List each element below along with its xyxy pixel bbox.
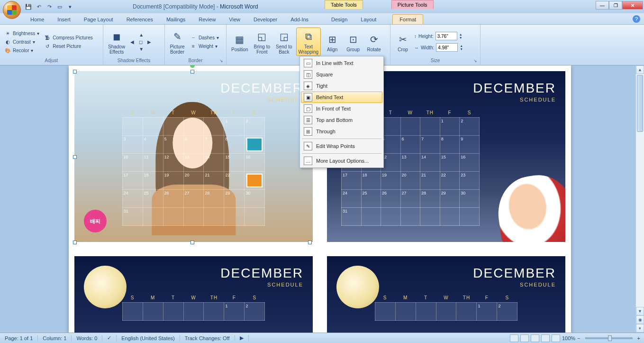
wrap-tight-item[interactable]: ◈Tight: [301, 80, 382, 92]
text-wrapping-menu: ▭In Line with Text ◫Square ◈Tight ▣Behin…: [299, 56, 384, 168]
wrap-more-options-item[interactable]: …More Layout Options...: [301, 155, 382, 167]
recolor-button[interactable]: 🎨Recolor ▾: [3, 46, 41, 54]
wrap-topbottom-item[interactable]: ☰Top and Bottom: [301, 114, 382, 126]
width-up-icon[interactable]: ▲: [460, 44, 463, 47]
contrast-button[interactable]: ◐Contrast ▾: [3, 38, 41, 46]
calendar-cell: [400, 118, 420, 136]
tab-format[interactable]: Format: [392, 14, 423, 24]
tab-layout[interactable]: Layout: [354, 15, 383, 24]
day-header: T: [163, 108, 183, 118]
send-to-back-button[interactable]: ◲Send to Back: [274, 28, 294, 56]
align-button[interactable]: ⊞Align: [323, 31, 342, 53]
view-outline-icon[interactable]: [541, 334, 550, 342]
crop-button[interactable]: ✂Crop: [393, 31, 412, 53]
calendar-1[interactable]: DECEMBER SCHEDULE SMTWTHFS 1234567891011…: [74, 71, 313, 242]
picture-border-button[interactable]: ✎Picture Border: [168, 28, 187, 56]
view-print-layout-icon[interactable]: [510, 334, 518, 342]
rotate-button[interactable]: ⟳Rotate: [364, 31, 383, 53]
compress-pictures-button[interactable]: 🗜Compress Pictures: [43, 34, 94, 41]
tab-home[interactable]: Home: [24, 15, 51, 24]
height-down-icon[interactable]: ▼: [459, 36, 463, 39]
qat-dropdown-icon[interactable]: ▾: [66, 3, 74, 10]
shadow-effects-button[interactable]: ◼Shadow Effects: [106, 28, 127, 56]
reset-picture-button[interactable]: ↺Reset Picture: [43, 42, 94, 50]
prev-page-icon[interactable]: ◉: [636, 315, 644, 324]
wrap-edit-points-item[interactable]: ✎Edit Wrap Points: [301, 140, 382, 152]
nudge-up-icon[interactable]: ▲: [137, 32, 145, 38]
tab-design[interactable]: Design: [325, 15, 354, 24]
view-draft-icon[interactable]: [552, 334, 560, 342]
help-icon[interactable]: ?: [633, 15, 640, 23]
dashes-button[interactable]: ┄Dashes ▾: [189, 34, 220, 41]
calendar-cell: 21: [420, 172, 440, 190]
tab-page-layout[interactable]: Page Layout: [77, 15, 120, 24]
zoom-out-icon[interactable]: −: [577, 335, 580, 341]
status-proofing-icon[interactable]: ✓: [102, 335, 117, 341]
position-button[interactable]: ▦Position: [229, 31, 250, 53]
wrap-through-icon: ⊞: [304, 127, 312, 136]
nudge-left-icon[interactable]: ◀: [129, 39, 136, 45]
qat-custom-icon[interactable]: ▭: [56, 3, 63, 10]
reset-icon: ↺: [44, 43, 51, 49]
tab-addins[interactable]: Add-Ins: [284, 15, 315, 24]
wrap-behind-item[interactable]: ▣Behind Text: [301, 92, 382, 103]
status-track-changes[interactable]: Track Changes: Off: [180, 335, 235, 341]
nudge-right-icon[interactable]: ▶: [146, 39, 154, 45]
zoom-thumb[interactable]: [608, 335, 612, 341]
brightness-button[interactable]: ☀Brightness ▾: [3, 29, 41, 37]
bring-to-front-button[interactable]: ◱Bring to Front: [252, 28, 272, 56]
width-input[interactable]: [436, 43, 458, 52]
tab-references[interactable]: References: [120, 15, 160, 24]
redo-icon[interactable]: ↷: [45, 3, 53, 10]
width-down-icon[interactable]: ▼: [460, 47, 463, 51]
next-page-icon[interactable]: ▾: [636, 324, 644, 333]
status-column[interactable]: Column: 1: [38, 335, 72, 341]
group-adjust: ☀Brightness ▾ ◐Contrast ▾ 🎨Recolor ▾ 🗜Co…: [0, 25, 103, 65]
shadow-icon: ◼: [109, 29, 124, 44]
wrap-through-item[interactable]: ⊞Through: [301, 126, 382, 137]
tab-mailings[interactable]: Mailings: [160, 15, 192, 24]
text-wrapping-button[interactable]: ⧉Text Wrapping: [296, 28, 321, 56]
weight-button[interactable]: ≡Weight ▾: [189, 42, 220, 50]
wrap-square-item[interactable]: ◫Square: [301, 69, 382, 80]
view-web-icon[interactable]: [531, 334, 539, 342]
calendar-cell: [420, 118, 440, 136]
undo-icon[interactable]: ↶: [35, 3, 43, 10]
close-button[interactable]: ✕: [622, 1, 643, 9]
scroll-down-icon[interactable]: ▼: [636, 307, 644, 315]
save-icon[interactable]: 💾: [25, 3, 32, 10]
status-language[interactable]: English (United States): [117, 335, 180, 341]
size-dialog-launcher[interactable]: ↘: [473, 58, 479, 64]
group-button[interactable]: ⊡Group: [344, 31, 363, 53]
nudge-down-icon[interactable]: ▼: [137, 46, 145, 52]
calendar-cell: 2: [497, 303, 517, 321]
zoom-in-icon[interactable]: +: [637, 335, 640, 341]
calendar-cell: 5: [163, 136, 183, 154]
wrap-inline-item[interactable]: ▭In Line with Text: [301, 57, 382, 69]
tab-insert[interactable]: Insert: [51, 15, 77, 24]
maximize-button[interactable]: ❐: [609, 1, 622, 9]
office-button[interactable]: [3, 1, 21, 19]
scroll-thumb[interactable]: [637, 75, 643, 132]
vertical-scrollbar[interactable]: ▲ ▼ ◉ ▾: [635, 65, 644, 333]
status-zoom[interactable]: 100%: [562, 335, 575, 341]
status-words[interactable]: Words: 0: [72, 335, 102, 341]
shadow-toggle-icon[interactable]: ◻: [137, 39, 145, 45]
status-page[interactable]: Page: 1 of 1: [0, 335, 38, 341]
tab-view[interactable]: View: [222, 15, 247, 24]
zoom-slider[interactable]: [585, 337, 633, 339]
calendar-3[interactable]: DECEMBERSCHEDULE SMTWTHFS12: [74, 256, 313, 333]
calendar-cell: 1: [477, 303, 497, 321]
tab-review[interactable]: Review: [192, 15, 222, 24]
calendar-cell: 22: [440, 172, 459, 190]
border-dialog-launcher[interactable]: ↘: [219, 58, 225, 64]
scroll-up-icon[interactable]: ▲: [636, 65, 644, 74]
tab-developer[interactable]: Developer: [247, 15, 284, 24]
wrap-infront-item[interactable]: ▢In Front of Text: [301, 103, 382, 114]
minimize-button[interactable]: —: [596, 1, 609, 9]
view-fullscreen-icon[interactable]: [520, 334, 529, 342]
height-input[interactable]: [435, 32, 457, 40]
status-macro-icon[interactable]: ▶: [235, 335, 249, 341]
height-up-icon[interactable]: ▲: [459, 33, 463, 36]
calendar-4[interactable]: DECEMBERSCHEDULE SMTWTHFS12: [327, 256, 565, 333]
